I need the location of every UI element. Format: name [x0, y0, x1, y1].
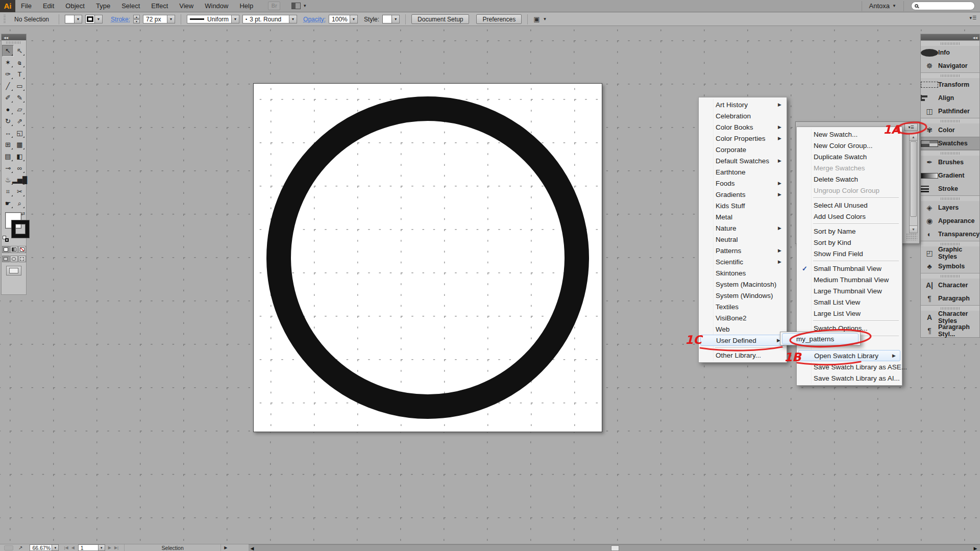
draw-normal-button[interactable]	[2, 256, 10, 262]
stroke-color-well[interactable]	[12, 220, 29, 238]
gradient-tool[interactable]: ◧	[14, 151, 26, 162]
panel-tab-navigator[interactable]: ☸ Navigator	[921, 59, 979, 72]
menubar-item[interactable]: Edit	[37, 0, 60, 12]
status-options-icon[interactable]: ▶	[224, 545, 227, 550]
zoom-level-field[interactable]: 66.67%	[30, 544, 52, 551]
draw-inside-button[interactable]	[18, 256, 26, 262]
menubar-item[interactable]: File	[15, 0, 37, 12]
menu-item[interactable]: ✓ Sort by Name ▶	[798, 226, 901, 237]
screen-mode-button[interactable]	[6, 266, 21, 276]
rotate-tool[interactable]: ↻	[2, 115, 14, 127]
menu-item[interactable]: ✓ Gradients ▶	[700, 189, 786, 200]
panel-tab-brushes[interactable]: ✒ Brushes	[921, 156, 979, 169]
menu-item[interactable]: ✓ ▶	[798, 222, 901, 226]
blend-tool[interactable]: ∞	[14, 162, 26, 174]
menu-item[interactable]: ✓ Other Library... ▶	[700, 349, 786, 361]
brush-definition-combo[interactable]: •3 pt. Round ▼	[242, 15, 297, 23]
bridge-button[interactable]: Br	[268, 2, 280, 10]
slice-tool[interactable]: ✂	[14, 186, 26, 197]
graphic-style-dropdown[interactable]: ▼	[382, 15, 400, 23]
menu-item[interactable]: ✓ New Color Group... ▶	[798, 140, 901, 151]
panel-tab-align[interactable]: Align	[921, 91, 979, 105]
menu-item[interactable]: ✓ Save Swatch Library as AI... ▶	[798, 372, 901, 384]
menu-item[interactable]: ✓ Metal ▶	[700, 211, 786, 222]
share-icon[interactable]: ↗	[18, 545, 22, 550]
scroll-right-icon[interactable]: ▶	[972, 545, 979, 551]
align-options-icon[interactable]: ▣	[533, 15, 540, 23]
menu-item[interactable]: ✓ Foods ▶	[700, 178, 786, 189]
stroke-color-dropdown[interactable]: ▼	[85, 15, 103, 23]
artboard-dropdown-icon[interactable]: ▼	[99, 544, 105, 551]
artboard[interactable]	[253, 83, 602, 432]
direct-selection-tool[interactable]: ↖	[14, 45, 26, 57]
document-setup-button[interactable]: Document Setup	[411, 14, 469, 24]
menu-item[interactable]: ✓ Kids Stuff ▶	[700, 200, 786, 211]
user-account-menu[interactable]: Antoxa ▼	[862, 1, 904, 11]
selection-tool[interactable]: ↖	[2, 45, 14, 57]
menu-item[interactable]: ✓ User Defined ▶	[700, 335, 785, 346]
menu-item[interactable]: ✓ Neutral ▶	[700, 234, 786, 245]
stroke-width-stepper[interactable]: ▲▼	[133, 15, 140, 23]
panel-tab-swatches[interactable]: Swatches	[921, 137, 979, 150]
menu-item[interactable]: ✓ Small Thumbnail View ▶	[798, 263, 901, 274]
menubar-item[interactable]: View	[174, 0, 199, 12]
eraser-tool[interactable]: ▱	[14, 104, 26, 115]
type-tool[interactable]: T	[14, 68, 26, 80]
menu-item[interactable]: ✓ Delete Swatch ▶	[798, 173, 901, 185]
panel-tab-layers[interactable]: ◈ Layers	[921, 201, 979, 214]
stroke-panel-link[interactable]: Stroke:	[111, 16, 130, 23]
panel-tab-symbols[interactable]: ♣ Symbols	[921, 260, 979, 273]
menu-item[interactable]: ✓ ▶	[700, 346, 786, 349]
menubar-item[interactable]: Type	[90, 0, 116, 12]
default-fill-stroke-icon[interactable]	[3, 236, 9, 242]
panel-tab-stroke[interactable]: Stroke	[921, 182, 979, 195]
menu-item[interactable]: ✓ Sort by Kind ▶	[798, 237, 901, 248]
timeline-icon[interactable]	[4, 545, 13, 550]
none-button[interactable]	[18, 246, 26, 253]
fill-color-dropdown[interactable]: ▼	[65, 15, 82, 23]
perspective-grid-tool[interactable]: ▦	[14, 139, 26, 151]
tools-collapse-button[interactable]: ◀◀	[2, 34, 26, 40]
menu-item[interactable]: ✓ Scientific ▶	[700, 256, 786, 267]
gradient-button[interactable]	[10, 246, 18, 253]
stroke-profile-combo[interactable]: Uniform ▼	[187, 15, 239, 23]
scroll-left-icon[interactable]: ◀	[249, 545, 256, 551]
panel-grip[interactable]	[4, 15, 6, 24]
swatches-scrollbar[interactable]: ▲ ▼	[909, 133, 918, 233]
control-panel-menu-icon[interactable]: ▾☰	[969, 15, 977, 20]
menu-item[interactable]: ✓ System (Windows) ▶	[700, 290, 786, 301]
zoom-dropdown-icon[interactable]: ▼	[52, 544, 59, 551]
preferences-button[interactable]: Preferences	[476, 14, 522, 24]
menubar-item[interactable]: Help	[234, 0, 259, 12]
menu-item[interactable]: ✓ System (Macintosh) ▶	[700, 279, 786, 290]
zoom-tool[interactable]: ⌕	[14, 197, 26, 209]
menu-item[interactable]: ✓ Celebration ▶	[700, 110, 786, 121]
opacity-value[interactable]: 100%	[329, 15, 350, 23]
menu-item[interactable]: ✓ Merge Swatches ▶	[798, 162, 901, 173]
column-graph-tool[interactable]: ▂▅█	[14, 174, 26, 186]
menubar-item[interactable]: Select	[116, 0, 145, 12]
panel-tab-gradient[interactable]: Gradient	[921, 169, 979, 182]
rectangle-tool[interactable]: ▭	[14, 80, 26, 92]
panel-tab-info[interactable]: i Info	[921, 46, 979, 59]
menu-item[interactable]: ✓ Nature ▶	[700, 222, 786, 234]
blob-brush-tool[interactable]: ●	[2, 104, 14, 115]
hscrollbar-thumb[interactable]	[611, 545, 619, 551]
menu-item[interactable]: ✓ Textiles ▶	[700, 301, 786, 312]
first-artboard-icon[interactable]: |◀	[64, 545, 68, 550]
panel-tab-paragraph[interactable]: ¶ Paragraph	[921, 292, 979, 305]
menu-item[interactable]: ✓ Medium Thumbnail View ▶	[798, 274, 901, 285]
panel-tab-appearance[interactable]: ◉ Appearance	[921, 214, 979, 228]
stroke-width-combo[interactable]: 72 px ▼	[143, 15, 175, 23]
menu-item[interactable]: ✓ Color Books ▶	[700, 121, 786, 133]
panel-tab-transparency[interactable]: ◐ Transparency	[921, 228, 979, 241]
artboard-number-field[interactable]: 1	[78, 544, 99, 551]
stroke-width-value[interactable]: 72 px	[143, 15, 167, 23]
menu-item[interactable]: ✓ Color Properties ▶	[700, 133, 786, 144]
panel-tab-character[interactable]: A| Character	[921, 279, 979, 292]
menu-item[interactable]: ✓ Duplicate Swatch ▶	[798, 151, 901, 162]
menu-item[interactable]: ✓ ▶	[798, 259, 901, 263]
menu-item[interactable]: ✓ VisiBone2 ▶	[700, 312, 786, 323]
scroll-up-icon[interactable]: ▲	[910, 134, 917, 141]
menubar-item[interactable]: Window	[199, 0, 234, 12]
